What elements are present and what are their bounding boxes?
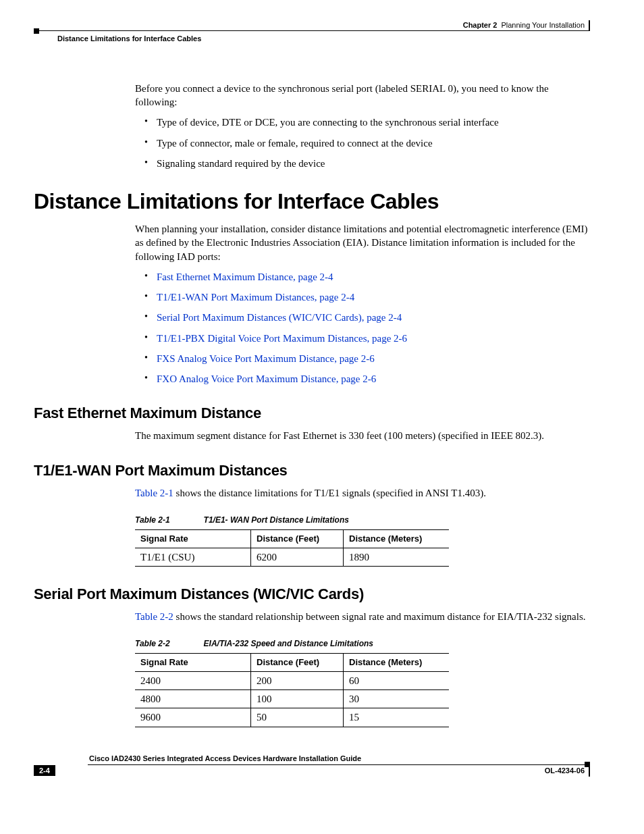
table-cell: 2400: [135, 671, 251, 689]
footer-doc-number: OL-4234-06: [545, 765, 590, 777]
body-text: shows the standard relationship between …: [173, 611, 586, 622]
eia-tia-232-table: Signal Rate Distance (Feet) Distance (Me…: [135, 653, 449, 727]
wan-distance-table: Signal Rate Distance (Feet) Distance (Me…: [135, 529, 449, 567]
col-header: Distance (Meters): [344, 529, 450, 548]
table-row: 2400 200 60: [135, 671, 449, 689]
table-cell: 9600: [135, 708, 251, 727]
table-cell: 4800: [135, 690, 251, 708]
table-cell: 30: [344, 690, 450, 708]
body-paragraph: The maximum segment distance for Fast Et…: [135, 429, 590, 442]
xref-link-list: Fast Ethernet Maximum Distance, page 2-4…: [135, 270, 590, 386]
col-header: Signal Rate: [135, 654, 251, 672]
table-number: Table 2-1: [135, 515, 170, 525]
col-header: Distance (Meters): [344, 654, 450, 672]
table-row: 4800 100 30: [135, 690, 449, 708]
intro-bullet-list: Type of device, DTE or DCE, you are conn…: [135, 115, 590, 170]
table-cell: 60: [344, 671, 450, 689]
table-row: T1/E1 (CSU) 6200 1890: [135, 548, 449, 566]
body-paragraph: Table 2-1 shows the distance limitations…: [135, 486, 590, 500]
list-item: T1/E1-PBX Digital Voice Port Maximum Dis…: [147, 332, 590, 345]
footer-guide-title: Cisco IAD2430 Series Integrated Access D…: [88, 754, 590, 765]
col-header: Distance (Feet): [251, 654, 344, 672]
xref-link[interactable]: FXO Analog Voice Port Maximum Distance, …: [157, 373, 376, 384]
list-item: Serial Port Maximum Distances (WIC/VIC C…: [147, 311, 590, 324]
table-cell: T1/E1 (CSU): [135, 548, 251, 566]
table-number: Table 2-2: [135, 638, 170, 649]
running-header: Chapter 2Planning Your Installation Dist…: [34, 20, 590, 45]
xref-link[interactable]: T1/E1-WAN Port Maximum Distances, page 2…: [157, 292, 354, 303]
xref-link[interactable]: T1/E1-PBX Digital Voice Port Maximum Dis…: [157, 333, 407, 344]
table-caption: Table 2-1 T1/E1- WAN Port Distance Limit…: [135, 515, 590, 525]
header-section-crumb: Distance Limitations for Interface Cable…: [34, 30, 590, 44]
list-item: Type of device, DTE or DCE, you are conn…: [147, 115, 590, 129]
subsection-heading: T1/E1-WAN Port Maximum Distances: [34, 462, 590, 479]
table-header-row: Signal Rate Distance (Feet) Distance (Me…: [135, 654, 449, 672]
subsection-heading: Fast Ethernet Maximum Distance: [34, 405, 590, 422]
xref-link[interactable]: Fast Ethernet Maximum Distance, page 2-4: [157, 271, 333, 282]
body-paragraph: Table 2-2 shows the standard relationshi…: [135, 610, 590, 623]
list-item: T1/E1-WAN Port Maximum Distances, page 2…: [147, 290, 590, 304]
list-item: Fast Ethernet Maximum Distance, page 2-4: [147, 270, 590, 284]
list-item: Type of connector, male or female, requi…: [147, 136, 590, 150]
table-cell: 50: [251, 708, 344, 727]
section-heading: Distance Limitations for Interface Cable…: [34, 189, 590, 214]
xref-link[interactable]: Serial Port Maximum Distances (WIC/VIC C…: [157, 312, 402, 323]
table-ref-link[interactable]: Table 2-2: [135, 611, 173, 622]
table-cell: 6200: [251, 548, 344, 566]
table-header-row: Signal Rate Distance (Feet) Distance (Me…: [135, 529, 449, 548]
table-cell: 1890: [344, 548, 450, 566]
table-cell: 15: [344, 708, 450, 727]
table-title: EIA/TIA-232 Speed and Distance Limitatio…: [204, 638, 373, 649]
col-header: Distance (Feet): [251, 529, 344, 548]
page-footer: Cisco IAD2430 Series Integrated Access D…: [34, 754, 590, 777]
chapter-label: Chapter 2: [463, 21, 498, 29]
body-text: shows the distance limitations for T1/E1…: [173, 488, 486, 498]
body-paragraph: When planning your installation, conside…: [135, 222, 590, 263]
table-caption: Table 2-2 EIA/TIA-232 Speed and Distance…: [135, 638, 590, 649]
col-header: Signal Rate: [135, 529, 251, 548]
list-item: FXS Analog Voice Port Maximum Distance, …: [147, 352, 590, 365]
table-cell: 100: [251, 690, 344, 708]
subsection-heading: Serial Port Maximum Distances (WIC/VIC C…: [34, 585, 590, 603]
list-item: FXO Analog Voice Port Maximum Distance, …: [147, 372, 590, 386]
table-ref-link[interactable]: Table 2-1: [135, 488, 173, 498]
footer-page-number: 2-4: [34, 765, 55, 776]
intro-paragraph: Before you connect a device to the synch…: [135, 82, 590, 109]
table-cell: 200: [251, 671, 344, 689]
list-item: Signaling standard required by the devic…: [147, 157, 590, 170]
table-row: 9600 50 15: [135, 708, 449, 727]
xref-link[interactable]: FXS Analog Voice Port Maximum Distance, …: [157, 353, 375, 364]
table-title: T1/E1- WAN Port Distance Limitations: [204, 515, 349, 525]
chapter-title: Planning Your Installation: [501, 21, 585, 29]
